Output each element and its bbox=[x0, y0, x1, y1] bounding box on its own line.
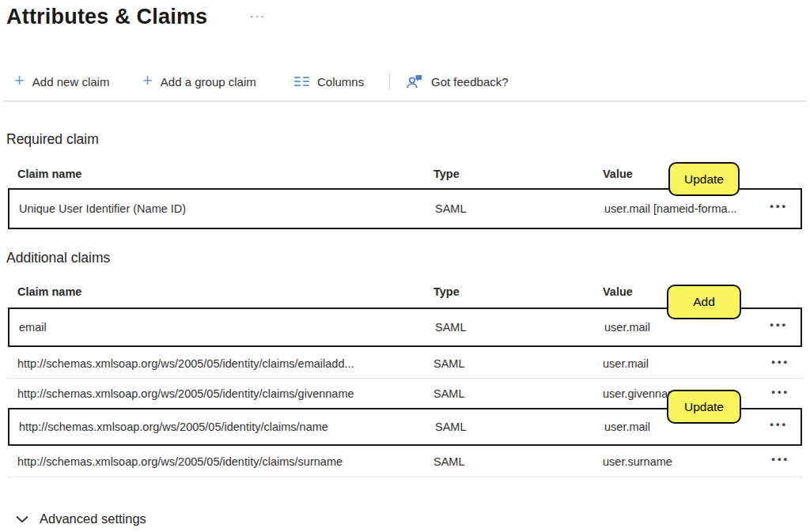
plus-icon: + bbox=[142, 73, 153, 89]
claim-row-surname[interactable]: http://schemas.xmlsoap.org/ws/2005/05/id… bbox=[8, 446, 802, 477]
type-cell: SAML bbox=[433, 455, 465, 468]
value-cell: user.mail bbox=[604, 421, 650, 433]
update-callout-required-value: Update bbox=[668, 162, 740, 196]
claim-name-cell: Unique User Identifier (Name ID) bbox=[19, 202, 186, 215]
columns-label: Columns bbox=[317, 75, 364, 89]
add-group-claim-button[interactable]: + Add a group claim bbox=[142, 68, 256, 95]
type-cell: SAML bbox=[435, 202, 467, 215]
value-cell: user.mail bbox=[604, 321, 650, 334]
type-cell: SAML bbox=[433, 387, 465, 400]
toolbar: + Add new claim + Add a group claim Colu… bbox=[0, 68, 810, 95]
toolbar-divider bbox=[389, 73, 390, 90]
column-header-value: Value bbox=[603, 285, 633, 298]
chevron-down-icon bbox=[16, 511, 28, 526]
column-header-type: Type bbox=[433, 168, 460, 180]
update-callout-name-claim: Update bbox=[667, 390, 741, 424]
value-cell: user.mail [nameid-forma... bbox=[604, 202, 737, 215]
page-title: Attributes & Claims bbox=[6, 5, 207, 29]
feedback-icon bbox=[406, 74, 423, 89]
got-feedback-button[interactable]: Got feedback? bbox=[406, 68, 509, 95]
page-overflow-menu-icon[interactable]: ··· bbox=[250, 9, 266, 22]
claim-name-cell: http://schemas.xmlsoap.org/ws/2005/05/id… bbox=[17, 455, 343, 468]
type-cell: SAML bbox=[433, 357, 465, 370]
columns-icon bbox=[294, 77, 309, 87]
claim-row-emailaddress[interactable]: http://schemas.xmlsoap.org/ws/2005/05/id… bbox=[8, 349, 802, 378]
add-callout-additional-claims: Add bbox=[667, 285, 741, 319]
got-feedback-label: Got feedback? bbox=[431, 75, 509, 89]
add-new-claim-label: Add new claim bbox=[32, 75, 110, 89]
row-actions-ellipsis-icon[interactable]: ••• bbox=[771, 385, 789, 397]
additional-claims-heading: Additional claims bbox=[6, 250, 110, 266]
row-actions-ellipsis-icon[interactable]: ••• bbox=[771, 355, 789, 367]
row-actions-ellipsis-icon[interactable]: ••• bbox=[770, 200, 788, 212]
claim-name-cell: http://schemas.xmlsoap.org/ws/2005/05/id… bbox=[19, 421, 328, 433]
value-cell: user.mail bbox=[603, 357, 649, 370]
row-actions-ellipsis-icon[interactable]: ••• bbox=[770, 418, 788, 430]
columns-button[interactable]: Columns bbox=[294, 68, 364, 95]
type-cell: SAML bbox=[435, 421, 467, 433]
claim-name-cell: http://schemas.xmlsoap.org/ws/2005/05/id… bbox=[17, 387, 354, 400]
claim-name-cell: email bbox=[19, 321, 47, 334]
type-cell: SAML bbox=[435, 321, 467, 334]
advanced-settings-label: Advanced settings bbox=[40, 511, 146, 526]
toolbar-separator bbox=[3, 100, 807, 102]
column-header-value: Value bbox=[603, 168, 633, 180]
column-header-type: Type bbox=[433, 285, 460, 298]
add-new-claim-button[interactable]: + Add new claim bbox=[14, 68, 109, 95]
column-header-claim-name: Claim name bbox=[17, 285, 81, 298]
row-actions-ellipsis-icon[interactable]: ••• bbox=[771, 453, 789, 465]
add-group-claim-label: Add a group claim bbox=[161, 75, 256, 89]
attributes-claims-page: Attributes & Claims ··· + Add new claim … bbox=[0, 0, 810, 532]
plus-icon: + bbox=[14, 73, 25, 89]
advanced-settings-toggle[interactable]: Advanced settings bbox=[16, 508, 146, 529]
row-actions-ellipsis-icon[interactable]: ••• bbox=[770, 319, 788, 330]
claim-name-cell: http://schemas.xmlsoap.org/ws/2005/05/id… bbox=[17, 357, 354, 370]
column-header-claim-name: Claim name bbox=[17, 168, 81, 180]
value-cell: user.surname bbox=[603, 455, 672, 468]
required-claim-heading: Required claim bbox=[6, 131, 99, 148]
